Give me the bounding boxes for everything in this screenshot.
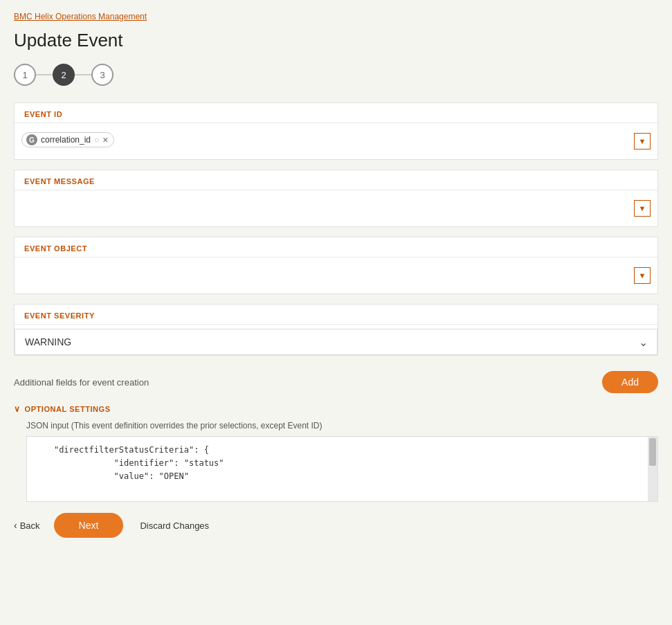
event-message-label: EVENT MESSAGE	[15, 170, 657, 190]
event-severity-label: EVENT SEVERITY	[15, 305, 657, 324]
page-title: Update Event	[14, 30, 658, 51]
tag-g-icon: G	[26, 134, 37, 145]
step-connector-2	[75, 74, 91, 75]
event-object-field: EVENT OBJECT ▼	[14, 237, 658, 294]
optional-settings-label: OPTIONAL SETTINGS	[25, 405, 111, 413]
add-button[interactable]: Add	[602, 371, 658, 393]
event-object-dropdown-btn[interactable]: ▼	[634, 267, 651, 284]
json-textarea-wrapper: "directfilterStatusCriteria": { "identif…	[26, 436, 658, 502]
bottom-actions: ‹ Back Next Discard Changes	[14, 502, 658, 545]
json-label: JSON input (This event definition overri…	[26, 421, 658, 431]
correlation-id-tag[interactable]: G correlation_id ○ ×	[21, 132, 114, 147]
optional-settings-header[interactable]: ∨ OPTIONAL SETTINGS	[14, 401, 658, 421]
event-object-dropdown-icon: ▼	[639, 271, 646, 280]
tag-text: correlation_id	[41, 135, 91, 145]
event-id-dropdown-btn[interactable]: ▼	[634, 133, 651, 150]
json-input[interactable]: "directfilterStatusCriteria": { "identif…	[27, 437, 657, 499]
event-message-input[interactable]	[21, 194, 630, 219]
event-object-content: ▼	[15, 257, 657, 293]
event-id-tag-area[interactable]: G correlation_id ○ ×	[21, 127, 114, 152]
event-id-dropdown-icon: ▼	[639, 137, 646, 145]
optional-settings-chevron-icon: ∨	[14, 404, 21, 414]
tag-close-icon[interactable]: ×	[102, 135, 108, 145]
back-link[interactable]: ‹ Back	[14, 520, 40, 531]
event-message-dropdown-btn[interactable]: ▼	[634, 200, 651, 217]
event-message-dropdown-icon: ▼	[639, 204, 646, 212]
breadcrumb[interactable]: BMC Helix Operations Management	[14, 11, 658, 21]
discard-link[interactable]: Discard Changes	[140, 520, 209, 531]
event-object-input[interactable]	[21, 262, 630, 287]
step-2-label: 2	[61, 70, 66, 80]
event-message-field: EVENT MESSAGE ▼	[14, 170, 658, 227]
step-1[interactable]: 1	[14, 64, 36, 86]
optional-settings-content: JSON input (This event definition overri…	[14, 421, 658, 502]
page-container: BMC Helix Operations Management Update E…	[0, 0, 672, 559]
event-object-label: EVENT OBJECT	[15, 237, 657, 257]
event-id-field: EVENT ID G correlation_id ○ × ▼	[14, 102, 658, 160]
json-scrollbar-thumb	[649, 438, 656, 466]
step-connector-1	[36, 74, 53, 75]
event-id-content: G correlation_id ○ × ▼	[15, 123, 657, 159]
step-3-label: 3	[100, 70, 105, 80]
optional-settings-section: ∨ OPTIONAL SETTINGS JSON input (This eve…	[14, 401, 658, 502]
event-severity-select[interactable]: WARNING CRITICAL MAJOR MINOR INFO	[15, 329, 657, 355]
step-3[interactable]: 3	[91, 64, 113, 86]
next-button[interactable]: Next	[54, 513, 124, 538]
event-message-content: ▼	[15, 190, 657, 226]
stepper: 1 2 3	[14, 64, 658, 86]
additional-fields-label: Additional fields for event creation	[14, 377, 149, 388]
event-id-label: EVENT ID	[15, 103, 657, 123]
back-label: Back	[20, 520, 40, 531]
event-severity-field: EVENT SEVERITY WARNING CRITICAL MAJOR MI…	[14, 304, 658, 356]
back-chevron-icon: ‹	[14, 520, 17, 531]
additional-fields-row: Additional fields for event creation Add	[14, 363, 658, 401]
tag-info-icon[interactable]: ○	[94, 135, 99, 145]
json-scrollbar[interactable]	[648, 437, 657, 501]
step-1-label: 1	[22, 70, 27, 80]
event-severity-content: WARNING CRITICAL MAJOR MINOR INFO ⌄	[15, 325, 657, 355]
step-2[interactable]: 2	[53, 64, 75, 86]
breadcrumb-link[interactable]: BMC Helix Operations Management	[14, 12, 147, 21]
severity-select-wrapper: WARNING CRITICAL MAJOR MINOR INFO ⌄	[15, 329, 657, 355]
